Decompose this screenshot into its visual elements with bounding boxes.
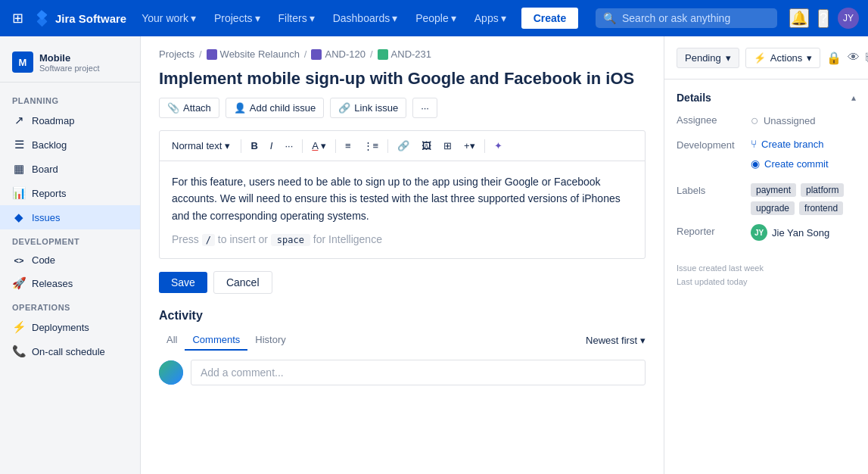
sidebar-item-issues[interactable]: ◆ Issues: [0, 205, 140, 229]
italic-button[interactable]: I: [266, 137, 278, 154]
nav-people[interactable]: People ▾: [409, 9, 462, 27]
label-platform: platform: [801, 183, 844, 197]
child-icon: 👤: [234, 102, 246, 114]
project-type: Software project: [39, 64, 99, 73]
link-button[interactable]: 🔗: [393, 137, 414, 154]
breadcrumb: Projects / Website Relaunch / AND-120 / …: [159, 48, 646, 60]
commit-icon: ◉: [751, 157, 760, 170]
reporter-avatar-initials: JY: [754, 229, 764, 237]
more-format-button[interactable]: ···: [280, 137, 297, 154]
comment-input[interactable]: Add a comment...: [191, 360, 646, 385]
project-icon: M: [12, 51, 33, 73]
tab-all[interactable]: All: [159, 330, 185, 351]
sidebar-item-board[interactable]: ▦ Board: [0, 157, 140, 181]
deployments-icon: ⚡: [12, 320, 26, 334]
oncall-icon: 📞: [12, 345, 26, 358]
link-label: Link issue: [354, 102, 398, 114]
sidebar-item-label: Code: [32, 254, 55, 266]
jira-logo-icon: [33, 9, 51, 27]
breadcrumb-and120[interactable]: AND-120: [325, 48, 365, 60]
bold-button[interactable]: B: [246, 137, 262, 154]
nav-projects[interactable]: Projects ▾: [208, 9, 266, 27]
nav-filters[interactable]: Filters ▾: [272, 9, 321, 27]
image-button[interactable]: 🖼: [417, 137, 436, 154]
search-bar[interactable]: 🔍 Search or ask anything: [596, 8, 777, 28]
create-button[interactable]: Create: [521, 8, 579, 29]
details-title: Details: [677, 92, 711, 104]
insert-button[interactable]: +▾: [459, 137, 480, 154]
nav-apps[interactable]: Apps ▾: [468, 9, 512, 27]
sidebar-item-label: Issues: [32, 212, 61, 223]
assignee-row: Assignee ○ Unassigned: [677, 113, 856, 129]
help-button[interactable]: ?: [818, 9, 829, 28]
sidebar-item-deployments[interactable]: ⚡ Deployments: [0, 315, 140, 339]
editor-body[interactable]: For this feature, users need to be able …: [160, 161, 645, 258]
breadcrumb-and231[interactable]: AND-231: [391, 48, 431, 60]
reports-icon: 📊: [12, 186, 26, 200]
tab-comments[interactable]: Comments: [185, 330, 247, 351]
sort-label: Newest first: [586, 335, 637, 346]
and231-icon: [378, 49, 388, 60]
labels-value: payment platform upgrade frontend: [751, 183, 856, 215]
slash-key: /: [202, 234, 215, 246]
sidebar-item-label: On-call schedule: [32, 346, 105, 357]
sidebar-item-code[interactable]: <> Code: [0, 249, 140, 271]
reporter-row: Reporter JY Jie Yan Song: [677, 224, 856, 241]
sidebar-item-backlog[interactable]: ☰ Backlog: [0, 133, 140, 157]
ai-button[interactable]: ✦: [490, 137, 507, 154]
issue-meta: Issue created last week Last updated tod…: [664, 262, 868, 298]
notification-button[interactable]: 🔔: [789, 8, 809, 28]
attach-button[interactable]: 📎 Attach: [159, 98, 219, 118]
add-child-issue-button[interactable]: 👤 Add child issue: [226, 98, 324, 118]
breadcrumb-projects[interactable]: Projects: [159, 48, 194, 60]
format-label: Normal text: [172, 140, 222, 151]
development-row: Development ⑂ Create branch ◉ Create com…: [677, 138, 856, 174]
logo-text: Jira Software: [55, 12, 126, 25]
user-avatar[interactable]: JY: [838, 8, 859, 29]
issues-icon: ◆: [12, 210, 26, 224]
sidebar-item-reports[interactable]: 📊 Reports: [0, 181, 140, 205]
development-label: Development: [677, 138, 745, 151]
create-commit-link[interactable]: ◉ Create commit: [751, 157, 829, 170]
status-button[interactable]: Pending ▾: [677, 48, 739, 68]
format-dropdown[interactable]: Normal text ▾: [166, 137, 236, 154]
logo[interactable]: Jira Software: [33, 9, 126, 27]
create-branch-link[interactable]: ⑂ Create branch: [751, 138, 829, 150]
create-branch-label: Create branch: [761, 139, 823, 150]
more-options-button[interactable]: ···: [412, 98, 437, 118]
tab-history[interactable]: History: [247, 330, 293, 351]
table-button[interactable]: ⊞: [439, 137, 456, 154]
status-chevron-icon: ▾: [726, 52, 731, 64]
text-color-button[interactable]: A ▾: [307, 137, 331, 154]
editor-sep-1: [241, 139, 241, 153]
editor-hint: Press / to insert or space for Intellige…: [172, 233, 633, 246]
cancel-button[interactable]: Cancel: [213, 271, 272, 294]
save-button[interactable]: Save: [159, 272, 207, 293]
nav-your-work[interactable]: Your work ▾: [135, 9, 202, 27]
details-chevron-icon[interactable]: ▴: [851, 92, 856, 103]
nav-dashboards[interactable]: Dashboards ▾: [327, 9, 404, 27]
sidebar-item-oncall[interactable]: 📞 On-call schedule: [0, 339, 140, 363]
details-panel: Details ▴ Assignee ○ Unassigned Developm…: [664, 80, 868, 262]
lightning-icon: ⚡: [754, 52, 766, 64]
sidebar-item-label: Roadmap: [32, 115, 74, 126]
releases-icon: 🚀: [12, 276, 26, 290]
breadcrumb-website-relaunch[interactable]: Website Relaunch: [220, 48, 300, 60]
search-icon: 🔍: [603, 12, 616, 24]
meta-updated: Last updated today: [677, 276, 856, 289]
grid-icon[interactable]: ⊞: [9, 7, 26, 30]
assignee-label: Assignee: [677, 113, 745, 126]
reporter-value: JY Jie Yan Song: [751, 224, 829, 241]
sidebar-section-operations: OPERATIONS: [0, 295, 140, 315]
actions-button[interactable]: ⚡ Actions ▾: [745, 48, 821, 68]
link-issue-button[interactable]: 🔗 Link issue: [330, 98, 406, 118]
bullet-list-button[interactable]: ≡: [341, 137, 356, 154]
editor-sep-2: [302, 139, 303, 153]
watch-button[interactable]: 👁: [848, 45, 860, 70]
lock-button[interactable]: 🔒: [826, 45, 842, 70]
sort-button[interactable]: Newest first ▾: [586, 335, 646, 346]
sidebar-item-releases[interactable]: 🚀 Releases: [0, 271, 140, 295]
format-chevron-icon: ▾: [225, 140, 230, 151]
sidebar-item-roadmap[interactable]: ↗ Roadmap: [0, 108, 140, 133]
numbered-list-button[interactable]: ⋮≡: [359, 137, 384, 154]
